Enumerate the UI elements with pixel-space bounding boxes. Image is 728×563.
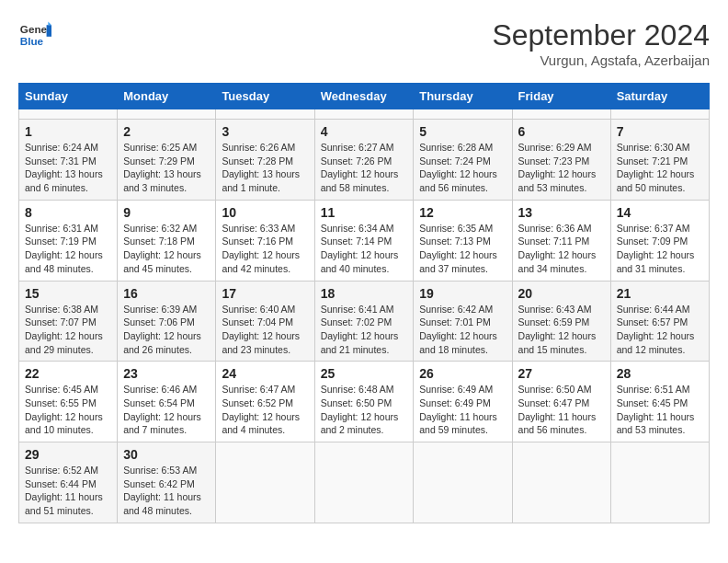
- calendar-week-row: 8Sunrise: 6:31 AM Sunset: 7:19 PM Daylig…: [19, 200, 710, 281]
- day-number: 26: [419, 366, 506, 381]
- calendar-day-cell: [512, 442, 610, 523]
- day-info: Sunrise: 6:41 AM Sunset: 7:02 PM Dayligh…: [321, 303, 408, 357]
- day-info: Sunrise: 6:32 AM Sunset: 7:18 PM Dayligh…: [123, 222, 210, 276]
- day-info: Sunrise: 6:38 AM Sunset: 7:07 PM Dayligh…: [25, 303, 111, 357]
- day-number: 22: [25, 366, 111, 381]
- day-number: 27: [518, 366, 605, 381]
- calendar-day-cell: 25Sunrise: 6:48 AM Sunset: 6:50 PM Dayli…: [314, 362, 414, 442]
- calendar-day-cell: 29Sunrise: 6:52 AM Sunset: 6:44 PM Dayli…: [19, 442, 118, 523]
- day-number: 29: [25, 447, 111, 462]
- calendar-day-cell: 3Sunrise: 6:26 AM Sunset: 7:28 PM Daylig…: [216, 120, 314, 201]
- day-number: 14: [617, 205, 703, 220]
- calendar-week-row: 15Sunrise: 6:38 AM Sunset: 7:07 PM Dayli…: [19, 281, 710, 362]
- calendar-day-cell: 26Sunrise: 6:49 AM Sunset: 6:49 PM Dayli…: [414, 362, 512, 442]
- calendar-day-cell: [414, 442, 512, 523]
- day-info: Sunrise: 6:47 AM Sunset: 6:52 PM Dayligh…: [222, 383, 308, 437]
- calendar-day-cell: 28Sunrise: 6:51 AM Sunset: 6:45 PM Dayli…: [610, 362, 709, 442]
- day-number: 3: [222, 124, 308, 139]
- calendar-week-row: 29Sunrise: 6:52 AM Sunset: 6:44 PM Dayli…: [19, 442, 710, 523]
- day-number: 5: [419, 124, 506, 139]
- calendar-day-cell: 10Sunrise: 6:33 AM Sunset: 7:16 PM Dayli…: [216, 200, 314, 281]
- calendar-day-cell: 2Sunrise: 6:25 AM Sunset: 7:29 PM Daylig…: [118, 120, 216, 201]
- calendar-day-cell: 18Sunrise: 6:41 AM Sunset: 7:02 PM Dayli…: [314, 281, 414, 362]
- month-title: September 2024: [492, 18, 710, 52]
- day-info: Sunrise: 6:45 AM Sunset: 6:55 PM Dayligh…: [25, 383, 111, 437]
- day-info: Sunrise: 6:49 AM Sunset: 6:49 PM Dayligh…: [419, 383, 506, 437]
- svg-marker-2: [47, 25, 51, 37]
- day-number: 21: [617, 286, 703, 301]
- day-info: Sunrise: 6:26 AM Sunset: 7:28 PM Dayligh…: [222, 141, 308, 195]
- calendar-day-cell: [118, 109, 216, 120]
- calendar-day-cell: 23Sunrise: 6:46 AM Sunset: 6:54 PM Dayli…: [118, 362, 216, 442]
- day-of-week-header: Wednesday: [314, 84, 414, 109]
- calendar-day-cell: 11Sunrise: 6:34 AM Sunset: 7:14 PM Dayli…: [314, 200, 414, 281]
- calendar-day-cell: [610, 109, 709, 120]
- day-number: 25: [321, 366, 408, 381]
- calendar-week-row: 22Sunrise: 6:45 AM Sunset: 6:55 PM Dayli…: [19, 362, 710, 442]
- day-of-week-header: Sunday: [19, 84, 118, 109]
- calendar-day-cell: 8Sunrise: 6:31 AM Sunset: 7:19 PM Daylig…: [19, 200, 118, 281]
- day-number: 1: [25, 124, 111, 139]
- calendar-day-cell: 19Sunrise: 6:42 AM Sunset: 7:01 PM Dayli…: [414, 281, 512, 362]
- calendar-week-row: 1Sunrise: 6:24 AM Sunset: 7:31 PM Daylig…: [19, 120, 710, 201]
- calendar-week-row: [19, 109, 710, 120]
- day-info: Sunrise: 6:48 AM Sunset: 6:50 PM Dayligh…: [321, 383, 408, 437]
- day-info: Sunrise: 6:46 AM Sunset: 6:54 PM Dayligh…: [123, 383, 210, 437]
- day-of-week-header: Saturday: [610, 84, 709, 109]
- day-number: 9: [123, 205, 210, 220]
- calendar-day-cell: 21Sunrise: 6:44 AM Sunset: 6:57 PM Dayli…: [610, 281, 709, 362]
- calendar-day-cell: 15Sunrise: 6:38 AM Sunset: 7:07 PM Dayli…: [19, 281, 118, 362]
- day-number: 7: [617, 124, 703, 139]
- day-info: Sunrise: 6:40 AM Sunset: 7:04 PM Dayligh…: [222, 303, 308, 357]
- calendar-day-cell: 6Sunrise: 6:29 AM Sunset: 7:23 PM Daylig…: [512, 120, 610, 201]
- day-number: 18: [321, 286, 408, 301]
- calendar-day-cell: [610, 442, 709, 523]
- calendar-day-cell: [216, 109, 314, 120]
- day-number: 19: [419, 286, 506, 301]
- calendar-day-cell: [314, 442, 414, 523]
- day-number: 12: [419, 205, 506, 220]
- day-number: 11: [321, 205, 408, 220]
- calendar-day-cell: 9Sunrise: 6:32 AM Sunset: 7:18 PM Daylig…: [118, 200, 216, 281]
- day-info: Sunrise: 6:28 AM Sunset: 7:24 PM Dayligh…: [419, 141, 506, 195]
- calendar-day-cell: 4Sunrise: 6:27 AM Sunset: 7:26 PM Daylig…: [314, 120, 414, 201]
- day-info: Sunrise: 6:50 AM Sunset: 6:47 PM Dayligh…: [518, 383, 605, 437]
- day-info: Sunrise: 6:51 AM Sunset: 6:45 PM Dayligh…: [617, 383, 703, 437]
- day-info: Sunrise: 6:27 AM Sunset: 7:26 PM Dayligh…: [321, 141, 408, 195]
- day-of-week-header: Tuesday: [216, 84, 314, 109]
- calendar-day-cell: 1Sunrise: 6:24 AM Sunset: 7:31 PM Daylig…: [19, 120, 118, 201]
- day-number: 2: [123, 124, 210, 139]
- day-number: 8: [25, 205, 111, 220]
- day-number: 13: [518, 205, 605, 220]
- day-info: Sunrise: 6:52 AM Sunset: 6:44 PM Dayligh…: [25, 464, 111, 518]
- day-info: Sunrise: 6:35 AM Sunset: 7:13 PM Dayligh…: [419, 222, 506, 276]
- day-info: Sunrise: 6:43 AM Sunset: 6:59 PM Dayligh…: [518, 303, 605, 357]
- day-number: 30: [123, 447, 210, 462]
- day-info: Sunrise: 6:42 AM Sunset: 7:01 PM Dayligh…: [419, 303, 506, 357]
- day-of-week-header: Friday: [512, 84, 610, 109]
- calendar-day-cell: [512, 109, 610, 120]
- calendar-day-cell: 7Sunrise: 6:30 AM Sunset: 7:21 PM Daylig…: [610, 120, 709, 201]
- day-info: Sunrise: 6:25 AM Sunset: 7:29 PM Dayligh…: [123, 141, 210, 195]
- calendar-day-cell: [216, 442, 314, 523]
- logo: General Blue: [18, 18, 51, 52]
- calendar-day-cell: 27Sunrise: 6:50 AM Sunset: 6:47 PM Dayli…: [512, 362, 610, 442]
- calendar-day-cell: 17Sunrise: 6:40 AM Sunset: 7:04 PM Dayli…: [216, 281, 314, 362]
- day-info: Sunrise: 6:31 AM Sunset: 7:19 PM Dayligh…: [25, 222, 111, 276]
- calendar-day-cell: [314, 109, 414, 120]
- day-info: Sunrise: 6:36 AM Sunset: 7:11 PM Dayligh…: [518, 222, 605, 276]
- day-number: 16: [123, 286, 210, 301]
- day-number: 20: [518, 286, 605, 301]
- svg-text:Blue: Blue: [20, 35, 44, 47]
- calendar-day-cell: 5Sunrise: 6:28 AM Sunset: 7:24 PM Daylig…: [414, 120, 512, 201]
- day-info: Sunrise: 6:29 AM Sunset: 7:23 PM Dayligh…: [518, 141, 605, 195]
- page-header: General Blue September 2024 Vurgun, Agst…: [18, 18, 710, 68]
- calendar-header-row: SundayMondayTuesdayWednesdayThursdayFrid…: [19, 84, 710, 109]
- day-of-week-header: Thursday: [414, 84, 512, 109]
- day-number: 28: [617, 366, 703, 381]
- day-number: 15: [25, 286, 111, 301]
- calendar-day-cell: 30Sunrise: 6:53 AM Sunset: 6:42 PM Dayli…: [118, 442, 216, 523]
- title-section: September 2024 Vurgun, Agstafa, Azerbaij…: [492, 18, 710, 68]
- calendar-table: SundayMondayTuesdayWednesdayThursdayFrid…: [18, 83, 710, 523]
- day-info: Sunrise: 6:37 AM Sunset: 7:09 PM Dayligh…: [617, 222, 703, 276]
